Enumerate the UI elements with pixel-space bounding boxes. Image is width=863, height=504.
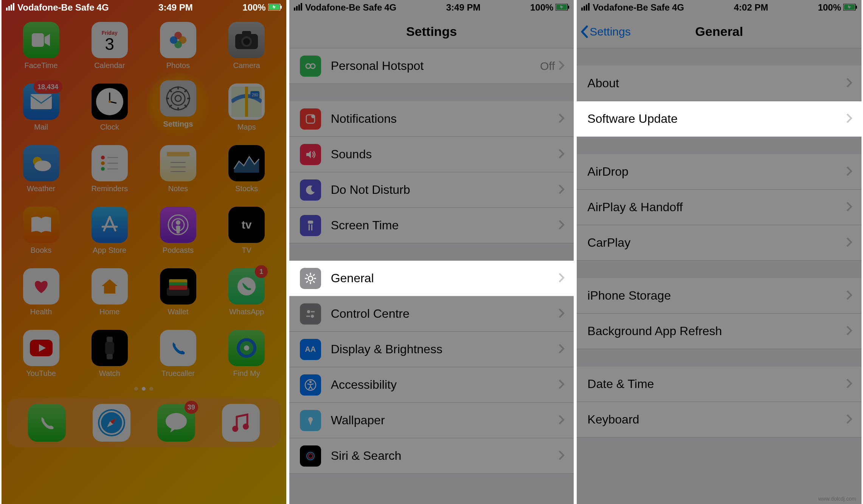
row-background-app-refresh[interactable]: Background App Refresh <box>577 314 861 349</box>
chevron-right-icon <box>559 379 565 391</box>
row-display-brightness[interactable]: AA Display & Brightness <box>289 332 574 367</box>
time-label: 3:49 PM <box>446 2 481 12</box>
app-podcasts[interactable]: Podcasts <box>147 207 208 255</box>
svg-point-22 <box>171 92 185 105</box>
row-notifications[interactable]: Notifications <box>289 101 574 137</box>
app-health[interactable]: Health <box>11 268 71 316</box>
settings-screen: Vodafone-Be Safe 4G 3:49 PM 100% Setting… <box>289 0 574 504</box>
row-airdrop[interactable]: AirDrop <box>577 154 861 190</box>
battery-label: 100% <box>818 2 841 13</box>
row-siri-search[interactable]: Siri & Search <box>289 438 574 474</box>
row-sounds[interactable]: Sounds <box>289 137 574 172</box>
nav-title: General <box>695 24 743 39</box>
svg-point-38 <box>101 161 105 165</box>
svg-point-75 <box>306 64 310 68</box>
general-screen: Vodafone-Be Safe 4G 4:02 PM 100% Setting… <box>577 0 861 504</box>
app-stocks[interactable]: Stocks <box>216 145 277 193</box>
row-do-not-disturb[interactable]: Do Not Disturb <box>289 172 574 208</box>
row-airplay-handoff[interactable]: AirPlay & Handoff <box>577 190 861 225</box>
app-books[interactable]: Books <box>11 207 71 255</box>
sounds-icon <box>300 144 321 165</box>
app-reminders[interactable]: Reminders <box>79 145 140 193</box>
row-control-centre[interactable]: Control Centre <box>289 296 574 332</box>
svg-point-78 <box>311 114 315 118</box>
svg-rect-68 <box>294 8 295 11</box>
calendar-icon: Friday3 <box>92 22 128 58</box>
svg-rect-79 <box>308 221 313 224</box>
chevron-right-icon <box>559 220 565 231</box>
findmy-icon <box>228 330 265 366</box>
page-indicator[interactable] <box>2 387 286 391</box>
row-carplay[interactable]: CarPlay <box>577 225 861 261</box>
chevron-right-icon <box>846 78 852 89</box>
row-general[interactable]: General <box>289 261 574 296</box>
app-camera[interactable]: Camera <box>216 22 277 70</box>
app-youtube[interactable]: YouTube <box>11 330 71 378</box>
svg-line-31 <box>185 90 187 92</box>
dock-phone[interactable] <box>28 404 66 442</box>
app-notes[interactable]: Notes <box>147 145 208 193</box>
row-date-time[interactable]: Date & Time <box>577 366 861 402</box>
app-weather[interactable]: Weather <box>11 145 71 193</box>
app-watch[interactable]: Watch <box>79 330 140 378</box>
app-settings[interactable]: Settings Settings <box>147 83 208 131</box>
app-truecaller[interactable]: Truecaller <box>147 330 208 378</box>
app-wallet[interactable]: Wallet <box>147 268 208 316</box>
carrier-label: Vodafone-Be Safe <box>305 2 382 13</box>
row-personal-hotspot[interactable]: Personal Hotspot Off <box>289 48 574 84</box>
svg-point-36 <box>34 161 51 171</box>
facetime-icon <box>23 22 59 58</box>
row-wallpaper[interactable]: Wallpaper <box>289 403 574 438</box>
row-accessibility[interactable]: Accessibility <box>289 367 574 403</box>
svg-point-39 <box>101 167 105 171</box>
app-maps[interactable]: 280Maps <box>216 83 277 131</box>
general-list[interactable]: About Software Update AirDrop AirPlay & … <box>577 66 861 438</box>
app-calendar[interactable]: Friday3Calendar <box>79 22 140 70</box>
app-facetime[interactable]: FaceTime <box>11 22 71 70</box>
svg-rect-71 <box>301 3 302 11</box>
photos-icon <box>160 22 196 58</box>
network-label: 4G <box>672 2 684 13</box>
app-mail[interactable]: 18,434Mail <box>11 83 71 131</box>
messages-badge: 39 <box>185 401 198 414</box>
svg-rect-104 <box>588 3 590 11</box>
row-iphone-storage[interactable]: iPhone Storage <box>577 278 861 314</box>
nav-title: Settings <box>406 24 457 39</box>
chevron-right-icon <box>846 113 852 125</box>
row-software-update[interactable]: Software Update <box>577 101 861 137</box>
svg-point-15 <box>243 38 250 45</box>
svg-rect-0 <box>6 8 8 11</box>
app-clock[interactable]: Clock <box>79 83 140 131</box>
dock-safari[interactable] <box>93 404 130 442</box>
row-keyboard[interactable]: Keyboard <box>577 402 861 438</box>
music-icon <box>222 404 260 442</box>
battery-icon <box>843 2 857 13</box>
row-about[interactable]: About <box>577 66 861 101</box>
app-grid: FaceTime Friday3Calendar Photos Camera 1… <box>2 15 286 382</box>
svg-point-61 <box>244 345 249 351</box>
network-label: 4G <box>97 2 109 13</box>
app-photos[interactable]: Photos <box>147 22 208 70</box>
app-whatsapp[interactable]: 1WhatsApp <box>216 268 277 316</box>
back-button[interactable]: Settings <box>581 25 630 38</box>
row-screen-time[interactable]: Screen Time <box>289 208 574 243</box>
app-appstore[interactable]: App Store <box>79 207 140 255</box>
svg-point-11 <box>170 36 177 44</box>
notifications-icon <box>300 108 321 130</box>
mail-badge: 18,434 <box>34 80 62 93</box>
svg-point-96 <box>309 381 312 383</box>
settings-list[interactable]: Personal Hotspot Off Notifications Sound… <box>289 48 574 474</box>
time-label: 3:49 PM <box>158 2 193 12</box>
svg-rect-74 <box>568 6 569 9</box>
svg-rect-13 <box>242 31 251 36</box>
carrier-label: Vodafone-Be Safe <box>593 2 670 13</box>
svg-point-67 <box>243 424 249 430</box>
settings-label: Settings <box>163 120 193 128</box>
app-findmy[interactable]: Find My <box>216 330 277 378</box>
dock-music[interactable] <box>222 404 260 442</box>
svg-point-23 <box>175 96 181 102</box>
battery-icon <box>556 2 569 13</box>
dock-messages[interactable]: 39 <box>157 404 195 442</box>
app-home[interactable]: Home <box>79 268 140 316</box>
app-tv[interactable]: tvTV <box>216 207 277 255</box>
